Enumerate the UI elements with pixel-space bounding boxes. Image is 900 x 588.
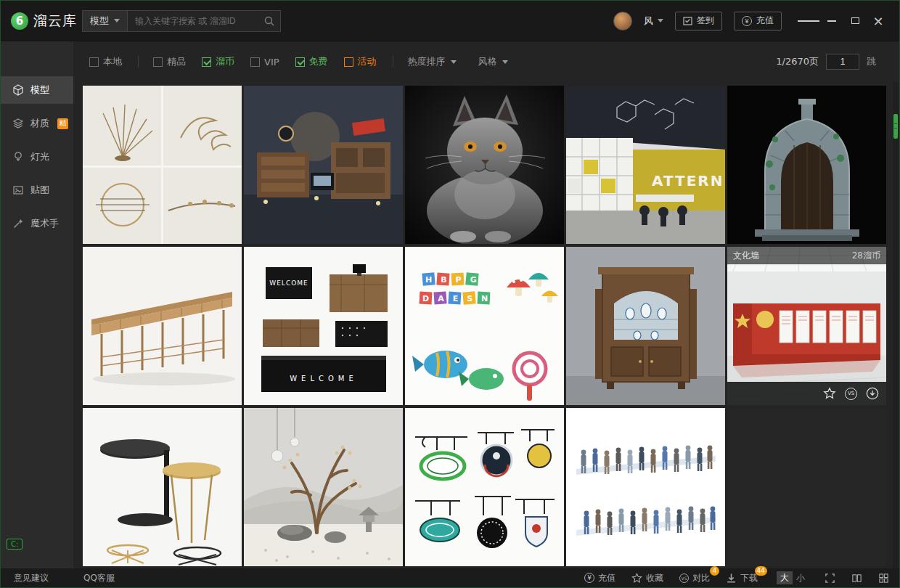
thumbnail-image xyxy=(83,408,242,566)
sidebar-item-models[interactable]: 模型 xyxy=(1,76,73,104)
model-grid: ATTERN xyxy=(83,86,886,566)
filter-activity[interactable]: 活动 xyxy=(344,55,377,68)
model-card-dried-plants[interactable] xyxy=(83,86,242,244)
close-button[interactable]: × xyxy=(867,12,889,30)
compare-count-badge: 4 xyxy=(710,566,719,576)
filter-bar: 本地 精品 溜币 VIP 免费 活动 热度排序 风格 xyxy=(73,41,899,82)
model-card-culture-wall[interactable]: 文化墙 28溜币 VS xyxy=(727,247,886,405)
filter-label: 免费 xyxy=(309,55,328,68)
signin-label: 签到 xyxy=(697,15,714,27)
svg-text:HBPG: HBPG xyxy=(425,275,486,285)
logo-icon: 6 xyxy=(11,12,28,30)
drive-indicator: C: xyxy=(7,539,22,550)
sidebar-item-textures[interactable]: 贴图 xyxy=(1,176,73,204)
compare-vs-icon[interactable]: VS xyxy=(845,388,857,400)
sidebar: 模型 材质 精 灯光 贴图 魔术手 xyxy=(1,41,73,568)
download-button[interactable]: 下载 44 xyxy=(726,572,758,584)
model-card-shop-signs[interactable] xyxy=(405,408,564,566)
compare-vs-icon: VS xyxy=(679,573,689,583)
vertical-scrollbar[interactable] xyxy=(893,82,899,568)
card-hover-actions: VS xyxy=(727,382,886,405)
divider xyxy=(393,56,393,68)
card-title: 文化墙 xyxy=(733,250,759,262)
sidebar-item-label: 贴图 xyxy=(30,184,49,197)
filter-local[interactable]: 本地 xyxy=(89,55,122,68)
filter-free[interactable]: 免费 xyxy=(295,55,328,68)
model-card-wooden-pergola[interactable] xyxy=(83,247,242,405)
filter-label: 活动 xyxy=(358,55,377,68)
style-dropdown[interactable]: 风格 xyxy=(478,55,508,68)
recharge-label: 充值 xyxy=(598,572,615,584)
recharge-bottom-button[interactable]: ¥ 充值 xyxy=(584,572,615,584)
download-icon[interactable] xyxy=(866,387,879,400)
sidebar-item-label: 灯光 xyxy=(30,150,49,163)
sidebar-item-label: 模型 xyxy=(30,83,49,97)
split-view-icon[interactable] xyxy=(851,573,862,584)
sort-dropdown-label: 热度排序 xyxy=(408,55,446,68)
model-card-zen-courtyard[interactable] xyxy=(244,408,403,566)
model-card-vintage-room[interactable] xyxy=(244,86,403,244)
sidebar-item-materials[interactable]: 材质 精 xyxy=(1,110,73,137)
model-card-display-cabinet[interactable] xyxy=(566,247,725,405)
model-card-modern-office[interactable]: ATTERN xyxy=(566,86,725,244)
size-large-option[interactable]: 大 xyxy=(777,571,793,584)
feedback-link[interactable]: 意见建议 xyxy=(14,572,49,584)
favorite-star-icon[interactable] xyxy=(823,387,836,400)
app-window: 6 溜云库 模型 风 签到 ¥ 充值 xyxy=(0,0,900,588)
menu-icon[interactable] xyxy=(798,12,819,30)
thumbnail-image xyxy=(244,86,403,244)
model-card-crowd-people[interactable] xyxy=(566,408,725,566)
recharge-icon: ¥ xyxy=(584,573,594,583)
favorites-button[interactable]: 收藏 xyxy=(631,572,663,584)
thumbnail-size-toggle: 大 小 xyxy=(777,571,809,584)
model-card-stone-archway[interactable] xyxy=(727,86,886,244)
thumbnail-image: WELCOME WELCOME xyxy=(244,247,403,405)
svg-text:WELCOME: WELCOME xyxy=(290,375,358,383)
fullscreen-icon[interactable] xyxy=(825,573,835,584)
qq-support-link[interactable]: QQ客服 xyxy=(83,572,115,584)
maximize-button[interactable] xyxy=(844,12,866,30)
size-small-option[interactable]: 小 xyxy=(793,571,809,584)
image-icon xyxy=(12,184,24,196)
filter-premium[interactable]: 精品 xyxy=(153,55,186,68)
page-number-input[interactable] xyxy=(826,54,859,70)
model-card-side-tables[interactable] xyxy=(83,408,242,566)
recharge-label: 充值 xyxy=(756,15,774,27)
category-dropdown-label: 模型 xyxy=(90,15,109,28)
grid-view-icon[interactable] xyxy=(878,573,889,584)
compare-label: 对比 xyxy=(692,572,710,584)
compare-button[interactable]: VS 对比 4 xyxy=(679,572,710,584)
model-card-reception-desks[interactable]: WELCOME WELCOME xyxy=(244,247,403,405)
page-jump-button[interactable]: 跳 xyxy=(867,55,876,68)
category-dropdown[interactable]: 模型 xyxy=(82,10,127,32)
signin-button[interactable]: 签到 xyxy=(675,12,722,30)
thumbnail-image xyxy=(405,408,564,566)
download-count-badge: 44 xyxy=(755,566,767,576)
filter-vip[interactable]: VIP xyxy=(250,57,279,68)
sidebar-item-lights[interactable]: 灯光 xyxy=(1,143,73,171)
sidebar-item-magic-hand[interactable]: 魔术手 xyxy=(1,210,73,237)
avatar[interactable] xyxy=(613,12,632,30)
filter-coin[interactable]: 溜币 xyxy=(202,55,234,68)
pagination: 1/2670页 跳 xyxy=(776,54,886,70)
style-dropdown-label: 风格 xyxy=(478,55,497,68)
svg-text:DAESN: DAESN xyxy=(422,294,496,303)
lightbulb-icon xyxy=(12,151,24,163)
filter-label: 溜币 xyxy=(216,55,234,68)
checkbox-icon xyxy=(344,57,353,67)
page-info: 1/2670页 xyxy=(776,55,819,68)
sort-dropdown[interactable]: 热度排序 xyxy=(408,55,457,68)
search-input[interactable] xyxy=(127,10,281,32)
username-menu[interactable]: 风 xyxy=(644,15,663,28)
thumbnail-image xyxy=(405,86,564,244)
scrollbar-thumb[interactable] xyxy=(893,114,898,139)
card-price: 28溜币 xyxy=(852,250,880,262)
model-card-toy-blocks[interactable]: HBPG DAESN xyxy=(405,247,564,405)
model-card-gray-cat[interactable] xyxy=(405,86,564,244)
recharge-button[interactable]: ¥ 充值 xyxy=(734,12,782,30)
checkbox-icon xyxy=(153,57,163,67)
search-icon[interactable] xyxy=(263,15,275,27)
favorites-label: 收藏 xyxy=(646,572,663,584)
thumbnail-image xyxy=(83,86,242,244)
minimize-button[interactable] xyxy=(821,12,843,30)
